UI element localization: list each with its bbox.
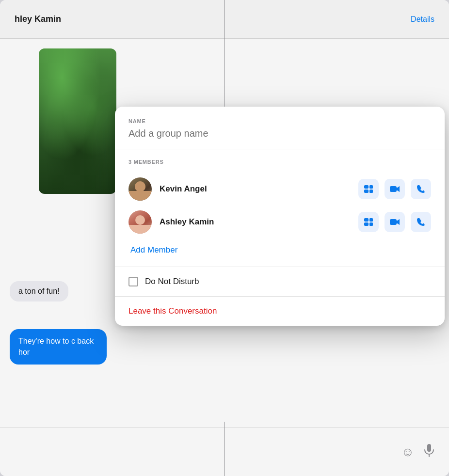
forest-image: [39, 48, 116, 194]
svg-rect-10: [369, 222, 373, 226]
dnd-checkbox[interactable]: [128, 277, 138, 286]
group-name-input[interactable]: [128, 128, 431, 139]
message-bubble-blue: They're how to c back hor: [10, 329, 107, 365]
member-row-kevin: Kevin Angel: [128, 173, 431, 206]
details-button[interactable]: Details: [411, 15, 434, 24]
section-leave: Leave this Conversation: [115, 297, 445, 326]
svg-rect-6: [390, 186, 397, 192]
svg-rect-0: [427, 444, 431, 452]
svg-rect-7: [364, 218, 369, 222]
ashley-video-button[interactable]: [385, 212, 405, 232]
member-name-ashley: Ashley Kamin: [160, 217, 358, 227]
svg-rect-11: [390, 219, 397, 225]
connector-line-top: [224, 0, 225, 107]
svg-rect-9: [369, 218, 373, 222]
member-row-ashley: Ashley Kamin: [128, 206, 431, 238]
chat-title: hley Kamin: [15, 14, 61, 24]
details-dropdown: NAME 3 MEMBERS Kevin Angel: [115, 107, 445, 326]
svg-rect-4: [369, 185, 373, 189]
forest-image-inner: [39, 48, 116, 194]
ashley-message-button[interactable]: [358, 212, 379, 232]
connector-line-bottom: [224, 422, 225, 476]
add-member-label[interactable]: Add Member: [128, 245, 177, 254]
message-bubble-gray: a ton of fun!: [10, 281, 68, 301]
svg-rect-2: [364, 185, 369, 189]
member-name-kevin: Kevin Angel: [160, 184, 358, 194]
member-actions-ashley: [358, 212, 431, 232]
kevin-phone-button[interactable]: [411, 179, 431, 199]
avatar-ashley: [128, 210, 152, 234]
emoji-icon[interactable]: ☺: [401, 444, 414, 460]
svg-rect-8: [364, 222, 369, 226]
message-text-gray: a ton of fun!: [18, 287, 60, 295]
dnd-label: Do Not Disturb: [145, 277, 199, 286]
svg-rect-3: [364, 190, 369, 193]
add-member-row[interactable]: Add Member: [128, 238, 431, 257]
ashley-phone-button[interactable]: [411, 212, 431, 232]
message-text-blue: They're how to c back hor: [18, 337, 94, 356]
section-members: 3 MEMBERS Kevin Angel: [115, 149, 445, 267]
name-label: NAME: [128, 118, 431, 124]
member-actions-kevin: [358, 179, 431, 199]
mic-icon[interactable]: [424, 444, 434, 460]
leave-conversation-button[interactable]: Leave this Conversation: [128, 306, 217, 316]
kevin-video-button[interactable]: [385, 179, 405, 199]
members-count-label: 3 MEMBERS: [128, 159, 431, 165]
kevin-message-button[interactable]: [358, 179, 379, 199]
svg-rect-5: [369, 190, 373, 193]
section-name: NAME: [115, 107, 445, 149]
section-dnd: Do Not Disturb: [115, 267, 445, 297]
avatar-kevin: [128, 177, 152, 201]
